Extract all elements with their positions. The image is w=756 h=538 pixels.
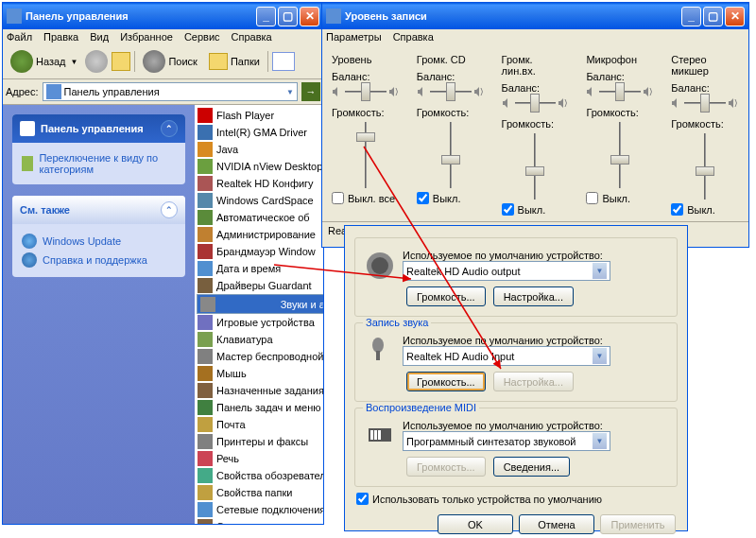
playback-device-select[interactable]: Realtek HD Audio output▼	[403, 261, 610, 281]
menu-tools[interactable]: Сервис	[184, 31, 220, 43]
group-title: Запись звука	[363, 317, 431, 328]
recording-volume-button[interactable]: Громкость...	[406, 372, 486, 391]
volume-slider[interactable]	[696, 133, 714, 200]
list-item[interactable]: Мастер беспроводной сети	[197, 348, 321, 365]
help-link[interactable]: Справка и поддержка	[22, 251, 176, 269]
recording-device-select[interactable]: Realtek HD Audio Input▼	[403, 346, 610, 366]
mixer-channel: Стерео микшерБаланс:Громкость:Выкл.	[671, 54, 739, 216]
cp-menubar: Файл Правка Вид Избранное Сервис Справка	[3, 29, 323, 44]
default-only-checkbox[interactable]: Использовать только устройства по умолча…	[356, 493, 676, 505]
midi-volume-button[interactable]: Громкость...	[406, 457, 486, 477]
list-item[interactable]: Windows CardSpace	[197, 192, 321, 209]
forward-button[interactable]	[85, 50, 108, 73]
list-item[interactable]: Почта	[197, 416, 321, 433]
mixer-channel: Громк. лин.вх.Баланс:Громкость:Выкл.	[502, 54, 570, 216]
balance-slider[interactable]	[417, 82, 485, 101]
panel-control: Панель управления⌃ Переключение к виду п…	[12, 114, 185, 184]
list-item[interactable]: Сетевые подключения	[197, 501, 321, 518]
menu-view[interactable]: Вид	[90, 31, 109, 43]
menu-file[interactable]: Файл	[7, 31, 32, 43]
volume-label: Громкость:	[332, 107, 400, 118]
list-item[interactable]: Игровые устройства	[197, 314, 321, 331]
mute-checkbox[interactable]: Выкл. все	[332, 192, 400, 204]
windows-update-link[interactable]: Windows Update	[22, 232, 176, 251]
list-item[interactable]: Realtek HD Конфигу	[197, 175, 321, 192]
search-button[interactable]: Поиск	[139, 48, 200, 75]
address-input[interactable]: Панель управления ▼	[43, 82, 298, 101]
update-icon	[22, 234, 37, 249]
maximize-button[interactable]: ▢	[278, 7, 298, 26]
item-icon	[198, 108, 213, 123]
mute-checkbox[interactable]: Выкл.	[417, 192, 485, 204]
balance-slider[interactable]	[586, 82, 654, 101]
apply-button[interactable]: Применить	[600, 514, 676, 534]
menu-edit[interactable]: Правка	[43, 31, 78, 43]
menu-help[interactable]: Справка	[232, 31, 272, 43]
minimize-button[interactable]: _	[681, 7, 701, 26]
list-item[interactable]: Принтеры и факсы	[197, 433, 321, 450]
cp-item-list[interactable]: Flash PlayerIntel(R) GMA DriverJavaNVIDI…	[195, 105, 323, 524]
list-item[interactable]: Intel(R) GMA Driver	[197, 124, 321, 141]
list-item[interactable]: Назначенные задания	[197, 382, 321, 399]
switch-view-link[interactable]: Переключение к виду по категориям	[22, 150, 176, 177]
volume-slider[interactable]	[441, 122, 460, 188]
volume-label: Громкость:	[502, 118, 570, 130]
views-button[interactable]	[272, 52, 295, 71]
list-item[interactable]: Flash Player	[197, 107, 321, 124]
volume-slider[interactable]	[525, 133, 544, 200]
mic-icon	[365, 336, 395, 366]
close-button[interactable]: ✕	[300, 7, 319, 26]
rec-title: Уровень записи	[345, 10, 681, 22]
list-item[interactable]: Панель задач и меню "Пуск"	[197, 399, 321, 416]
item-icon	[198, 451, 213, 466]
collapse-icon[interactable]: ⌃	[161, 201, 178, 218]
menu-help[interactable]: Справка	[393, 31, 434, 43]
close-button[interactable]: ✕	[725, 7, 745, 26]
menu-params[interactable]: Параметры	[326, 31, 382, 43]
balance-slider[interactable]	[502, 94, 570, 113]
cancel-button[interactable]: Отмена	[519, 514, 594, 534]
list-item[interactable]: Дата и время	[197, 260, 321, 277]
playback-settings-button[interactable]: Настройка...	[493, 286, 574, 306]
midi-info-button[interactable]: Сведения...	[493, 457, 570, 477]
balance-slider[interactable]	[332, 82, 400, 101]
list-item[interactable]: Звуки и аудиоустройства	[197, 294, 323, 314]
maximize-button[interactable]: ▢	[703, 7, 723, 26]
up-button[interactable]	[112, 52, 130, 71]
svg-point-1	[371, 257, 388, 274]
go-button[interactable]: →	[301, 82, 320, 101]
list-item[interactable]: Система	[197, 518, 321, 524]
list-item[interactable]: Java	[197, 141, 321, 158]
list-item[interactable]: Речь	[197, 450, 321, 467]
list-item[interactable]: Администрирование	[197, 226, 321, 243]
mute-checkbox[interactable]: Выкл.	[502, 203, 570, 216]
back-button[interactable]: Назад▼	[7, 48, 81, 75]
folders-button[interactable]: Папки	[205, 51, 264, 72]
list-item[interactable]: Клавиатура	[197, 331, 321, 348]
channel-name: Уровень	[332, 54, 400, 65]
volume-slider[interactable]	[610, 122, 629, 188]
list-item[interactable]: Свойства папки	[197, 484, 321, 501]
recording-settings-button[interactable]: Настройка...	[493, 372, 574, 391]
cp-title: Панель управления	[26, 10, 256, 22]
mixer-channel: УровеньБаланс:Громкость:Выкл. все	[332, 54, 400, 216]
list-item[interactable]: Мышь	[197, 365, 321, 382]
address-label: Адрес:	[6, 86, 39, 97]
rec-titlebar[interactable]: Уровень записи _ ▢ ✕	[322, 3, 748, 29]
minimize-button[interactable]: _	[256, 7, 276, 26]
playback-volume-button[interactable]: Громкость...	[406, 286, 486, 306]
balance-slider[interactable]	[671, 94, 739, 113]
list-item[interactable]: Автоматическое об	[197, 209, 321, 226]
cp-titlebar[interactable]: Панель управления _ ▢ ✕	[3, 3, 323, 29]
list-item[interactable]: Брандмауэр Window	[197, 243, 321, 260]
list-item[interactable]: Драйверы Guardant	[197, 277, 321, 294]
list-item[interactable]: NVIDIA nView Desktop	[197, 158, 321, 175]
list-item[interactable]: Свойства обозревателя	[197, 467, 321, 484]
volume-slider[interactable]	[356, 122, 375, 188]
mute-checkbox[interactable]: Выкл.	[671, 203, 739, 216]
midi-device-select[interactable]: Программный синтезатор звуковой▼	[403, 431, 610, 451]
collapse-icon[interactable]: ⌃	[161, 120, 178, 137]
ok-button[interactable]: OK	[438, 514, 513, 534]
menu-favorites[interactable]: Избранное	[120, 31, 173, 43]
mute-checkbox[interactable]: Выкл.	[586, 192, 654, 204]
